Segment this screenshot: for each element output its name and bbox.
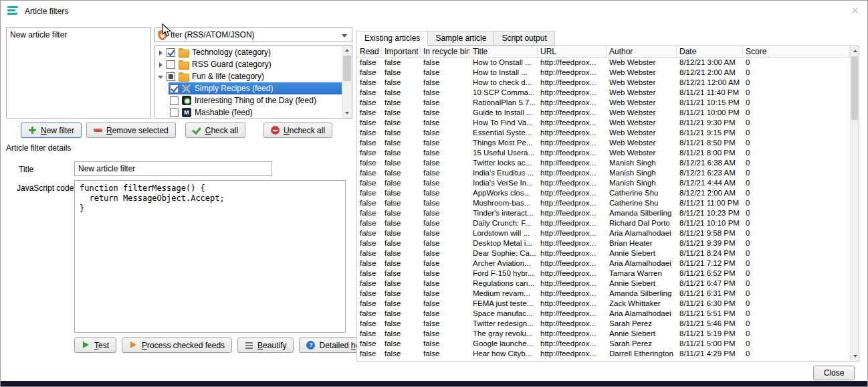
table-scrollbar[interactable] [850,46,859,361]
tree-item-checkbox[interactable] [167,48,175,57]
test-button[interactable]: Test [74,337,116,353]
column-header-author[interactable]: Author [607,46,677,57]
scroll-up-icon[interactable] [342,46,352,55]
table-cell: How to Onstall ... [470,58,538,68]
table-row[interactable]: falsefalsefalseFord F-150 hybr...http://… [357,268,850,279]
close-button[interactable]: Close [813,366,855,380]
javascript-code-editor[interactable]: function filterMessage() { return Messag… [74,180,346,333]
filter-list-item[interactable]: New article filter [8,29,149,41]
tree-item-checkbox[interactable] [167,60,175,69]
table-row[interactable]: falsefalsefalseTwitter redesign...http:/… [357,319,850,329]
table-row[interactable]: falsefalsefalseIndia's VerSe In...http:/… [357,178,850,188]
title-input[interactable] [74,161,272,176]
table-row[interactable]: falsefalsefalseDear Sophie: Ca...http://… [357,248,850,258]
table-row[interactable]: falsefalsefalseHow to Install ...http://… [357,68,850,78]
no-entry-icon [271,126,280,135]
collapse-arrow-icon[interactable] [156,72,165,81]
table-row[interactable]: falsefalsefalseThings Most Pe...http://f… [357,138,850,148]
tree-item-checkbox[interactable] [170,96,179,105]
column-header-in-recycle-bin[interactable]: In recycle bin [421,46,470,57]
scrollbar-thumb[interactable] [343,56,351,81]
expand-arrow-icon[interactable] [156,60,165,69]
expand-arrow-icon[interactable] [156,48,165,57]
column-header-url[interactable]: URL [538,46,607,57]
table-cell: false [382,268,421,279]
button-label: Process checked feeds [142,341,225,350]
tree-item-checkbox[interactable] [170,84,179,93]
table-cell: false [421,158,470,168]
tree-scrollbar[interactable] [342,46,352,118]
table-cell: Web Webster [607,58,677,68]
uncheck-all-button[interactable]: Uncheck all [263,123,332,138]
table-row[interactable]: falsefalsefalseHow To Find Va...http://f… [357,118,850,128]
beautify-button[interactable]: Beautify [237,337,294,353]
table-row[interactable]: falsefalsefalseDaily Crunch: F...http://… [357,218,850,228]
table-row[interactable]: falsefalsefalseGoogle launche...http://f… [357,339,850,349]
table-row[interactable]: falsefalsefalseTinder's interact...http:… [357,208,850,218]
check-all-button[interactable]: Check all [185,123,245,138]
table-row[interactable]: falsefalsefalseAppWorks clos...http://fe… [357,188,850,198]
table-cell: false [421,319,470,329]
scroll-down-icon[interactable] [851,352,859,361]
account-combobox-value: tter (RSS/ATOM/JSON) [171,30,255,40]
table-row[interactable]: falsefalsefalseThe gray revolu...http://… [357,329,850,339]
table-cell: false [357,319,382,329]
table-row[interactable]: falsefalsefalseTwitter locks ac...http:/… [357,158,850,168]
title-label: Title [19,165,33,174]
tab-sample-article[interactable]: Sample article [427,31,494,46]
tab-script-output[interactable]: Script output [494,31,554,46]
table-cell: 8/11/21 8:00 PM [677,148,743,158]
tree-item[interactable]: MMashable (feed) [169,106,342,118]
tree-item-checkbox[interactable] [170,108,179,117]
table-cell: http://feedprox... [538,319,607,329]
table-row[interactable]: falsefalsefalseIndia's Eruditus ...http:… [357,168,850,178]
column-header-date[interactable]: Date [677,46,743,57]
tree-item[interactable]: Technology (category) [155,46,342,58]
tab-existing-articles[interactable]: Existing articles [356,31,428,46]
table-row[interactable]: falsefalsefalseEssential Syste...http://… [357,128,850,138]
tree-item[interactable]: Simply Recipes (feed) [169,82,342,94]
table-row[interactable]: falsefalsefalse15 Useful Usera...http://… [357,148,850,158]
tree-item-checkbox[interactable] [167,72,175,81]
scroll-up-icon[interactable] [851,46,859,56]
table-row[interactable]: falsefalsefalseHow to Onstall ...http://… [357,58,850,68]
table-cell: false [357,118,382,128]
table-cell: 0 [743,218,850,228]
table-row[interactable]: falsefalsefalseSpace manufac...http://fe… [357,309,850,319]
table-row[interactable]: falsefalsefalseArcher Aviation...http://… [357,258,850,268]
filters-list[interactable]: New article filter [6,27,151,119]
table-row[interactable]: falsefalsefalseDesktop Metal i...http://… [357,238,850,248]
column-header-important[interactable]: Important [382,46,421,57]
process-checked-feeds-button[interactable]: Process checked feeds [122,337,232,353]
remove-selected-button[interactable]: Remove selected [86,123,176,138]
table-row[interactable]: falsefalsefalseHear how Cityb...http://f… [357,349,850,359]
table-cell: false [357,248,382,258]
table-cell: http://feedprox... [538,188,607,198]
window-title: Article filters [25,7,68,16]
feeds-tree[interactable]: Technology (category)RSS Guard (category… [154,45,352,119]
table-row[interactable]: falsefalsefalseMushroom-bas...http://fee… [357,198,850,208]
table-row[interactable]: falsefalsefalseFEMA just teste...http://… [357,299,850,309]
table-cell: http://feedprox... [538,98,607,108]
tree-item[interactable]: RSS Guard (category) [155,58,342,70]
new-filter-button[interactable]: New filter [21,123,82,138]
green-dot-icon [182,96,191,105]
column-header-read[interactable]: Read [357,46,382,57]
table-cell: 8/12/21 2:00 AM [677,68,743,78]
table-row[interactable]: falsefalsefalse10 SCP Comma...http://fee… [357,88,850,98]
table-cell: false [382,339,421,349]
tree-item[interactable]: Interesting Thing of the Day (feed) [169,94,342,106]
window-close-icon[interactable]: ✕ [851,5,859,17]
table-row[interactable]: falsefalsefalseRegulations can...http://… [357,279,850,289]
scrollbar-thumb[interactable] [851,56,858,120]
column-header-title[interactable]: Title [470,46,538,57]
column-header-score[interactable]: Score [743,46,850,57]
table-row[interactable]: falsefalsefalseMedium revam...http://fee… [357,289,850,299]
table-row[interactable]: falsefalsefalseLordstown will ...http://… [357,228,850,238]
account-combobox[interactable]: tter (RSS/ATOM/JSON) [154,27,352,42]
table-row[interactable]: falsefalsefalseRationalPlan 5.7...http:/… [357,98,850,108]
table-row[interactable]: falsefalsefalseGuide to Install ...http:… [357,108,850,118]
scroll-down-icon[interactable] [342,108,352,118]
table-row[interactable]: falsefalsefalseHow to check d...http://f… [357,78,850,88]
tree-item[interactable]: Fun & life (category) [155,70,342,82]
